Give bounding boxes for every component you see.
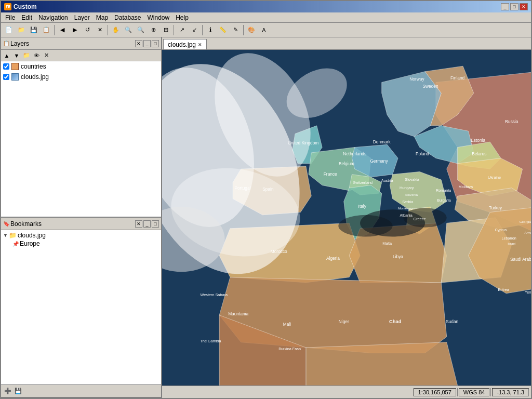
main-content: 📋 Layers ✕ _ □ ▲ ▼ 📁 👁 ✕ <box>1 37 531 398</box>
bookmarks-panel-title: Bookmarks <box>10 220 134 228</box>
label-france: France <box>324 171 337 177</box>
remove-layer-btn[interactable]: ✕ <box>42 51 51 60</box>
bookmark-group-label: clouds.jpg <box>18 232 46 239</box>
label-niger: Niger <box>339 319 349 324</box>
bookmarks-bottom-toolbar: ➕ 💾 <box>1 384 161 397</box>
annotation-btn[interactable]: ✎ <box>230 24 241 36</box>
label-yemen: Yemen <box>525 290 531 295</box>
layers-list: countries clouds.jpg <box>1 61 161 217</box>
bookmark-label-europe: Europe <box>20 240 40 247</box>
zoom-layer-btn[interactable]: ⊞ <box>160 24 171 36</box>
label-sweden: Sweden <box>422 84 438 89</box>
layer-item-clouds[interactable]: clouds.jpg <box>1 72 161 82</box>
label-greece: Greece <box>414 217 426 221</box>
label-uk: United Kingdom <box>288 140 318 145</box>
layers-panel-max[interactable]: □ <box>152 40 159 47</box>
zoom-out-btn[interactable]: 🔍 <box>135 24 147 36</box>
menu-window[interactable]: Window <box>144 13 172 22</box>
select-btn[interactable]: ↗ <box>176 24 188 36</box>
menu-layer[interactable]: Layer <box>71 13 93 22</box>
sep3 <box>174 25 174 35</box>
layer-item-countries[interactable]: countries <box>1 61 161 72</box>
stop-btn[interactable]: ✕ <box>94 24 105 36</box>
main-toolbar: 📄 📁 💾 📋 ◀ ▶ ↺ ✕ ✋ 🔍 🔍 ⊕ ⊞ ↗ ↙ ℹ 📏 ✎ 🎨 A <box>1 23 531 37</box>
style-btn[interactable]: 🎨 <box>246 24 257 36</box>
label-slovenia: Slovenia <box>405 193 418 196</box>
expand-icon: ▼ <box>3 233 8 238</box>
close-button[interactable]: ✕ <box>520 3 528 10</box>
layer-label-countries: countries <box>21 63 46 70</box>
label-switzerland: Switzerland <box>353 180 373 185</box>
label-armenia: Armenia <box>525 231 531 234</box>
label-libya: Libya <box>393 254 403 259</box>
toggle-visibility-btn[interactable]: 👁 <box>32 51 41 60</box>
zoom-full-btn[interactable]: ⊕ <box>148 24 159 36</box>
title-bar: 🗺 Custom _ □ ✕ <box>1 1 531 12</box>
deselect-btn[interactable]: ↙ <box>189 24 200 36</box>
label-finland: Finland <box>450 75 465 81</box>
label-austria: Austria <box>381 178 394 183</box>
bookmarks-panel-close[interactable]: ✕ <box>135 220 142 228</box>
label-btn[interactable]: A <box>258 24 270 36</box>
layer-checkbox-countries[interactable] <box>3 63 9 70</box>
back-btn[interactable]: ◀ <box>57 24 68 36</box>
menu-navigation[interactable]: Navigation <box>35 13 71 22</box>
label-albania: Albania <box>400 213 413 218</box>
label-gambia: The Gambia <box>200 339 221 343</box>
move-down-btn[interactable]: ▼ <box>12 51 21 60</box>
label-morocco: Morocco <box>271 249 287 254</box>
menu-map[interactable]: Map <box>93 13 111 22</box>
minimize-button[interactable]: _ <box>501 3 509 10</box>
maximize-button[interactable]: □ <box>510 3 518 10</box>
title-controls: _ □ ✕ <box>501 3 528 10</box>
label-hungary: Hungary <box>400 185 414 190</box>
identify-btn[interactable]: ℹ <box>205 24 216 36</box>
move-up-btn[interactable]: ▲ <box>2 51 11 60</box>
bookmark-item-europe[interactable]: 📌 Europe <box>2 240 160 248</box>
bookmarks-panel-min[interactable]: _ <box>143 220 151 228</box>
save-as-btn[interactable]: 📋 <box>41 24 52 36</box>
map-tab-clouds[interactable]: clouds.jpg ✕ <box>163 39 207 49</box>
status-sep2 <box>490 388 491 396</box>
label-bulgaria: Bulgaria <box>437 198 451 203</box>
label-ukraine: Ukraine <box>488 175 501 180</box>
bookmark-group-clouds: ▼ 📁 clouds.jpg <box>2 231 160 240</box>
menu-database[interactable]: Database <box>111 13 144 22</box>
zoom-in-btn[interactable]: 🔍 <box>123 24 134 36</box>
open-btn[interactable]: 📁 <box>16 24 27 36</box>
bookmarks-panel-max[interactable]: □ <box>152 220 159 228</box>
label-norway: Norway <box>409 76 424 82</box>
save-bookmark-btn[interactable]: 💾 <box>14 387 23 396</box>
tab-close-icon[interactable]: ✕ <box>198 42 202 47</box>
map-tab-bar: clouds.jpg ✕ <box>162 37 531 50</box>
label-russia: Russia <box>505 119 518 124</box>
layers-panel-title: Layers <box>10 40 134 47</box>
label-denmark: Denmark <box>373 139 391 144</box>
svg-marker-21 <box>306 342 458 385</box>
bookmarks-panel-header: 🔖 Bookmarks ✕ _ □ <box>1 218 161 230</box>
layers-panel-header: 📋 Layers ✕ _ □ <box>1 37 161 50</box>
label-belgium: Belgium <box>339 161 354 166</box>
menu-edit[interactable]: Edit <box>18 13 35 22</box>
layers-panel-close[interactable]: ✕ <box>135 40 142 47</box>
map-viewport[interactable]: Norway Sweden Finland Estonia Russia Uni… <box>162 50 531 385</box>
label-eritrea: Eritrea <box>498 287 509 292</box>
add-bookmark-btn[interactable]: ➕ <box>3 387 12 396</box>
reload-btn[interactable]: ↺ <box>82 24 93 36</box>
menu-bar: File Edit Navigation Layer Map Database … <box>1 12 531 23</box>
window-title: Custom <box>14 3 37 10</box>
layer-icon-clouds <box>11 73 19 81</box>
add-group-btn[interactable]: 📁 <box>22 51 31 60</box>
pan-btn[interactable]: ✋ <box>110 24 122 36</box>
menu-help[interactable]: Help <box>172 13 192 22</box>
layers-panel-min[interactable]: _ <box>143 40 151 47</box>
label-malta: Malta <box>382 241 392 246</box>
label-belarus: Belarus <box>472 151 486 156</box>
layer-checkbox-clouds[interactable] <box>3 74 9 80</box>
measure-btn[interactable]: 📏 <box>217 24 229 36</box>
new-project-btn[interactable]: 📄 <box>3 24 15 36</box>
save-btn[interactable]: 💾 <box>28 24 39 36</box>
forward-btn[interactable]: ▶ <box>69 24 81 36</box>
label-italy: Italy <box>358 204 367 209</box>
menu-file[interactable]: File <box>2 13 18 22</box>
